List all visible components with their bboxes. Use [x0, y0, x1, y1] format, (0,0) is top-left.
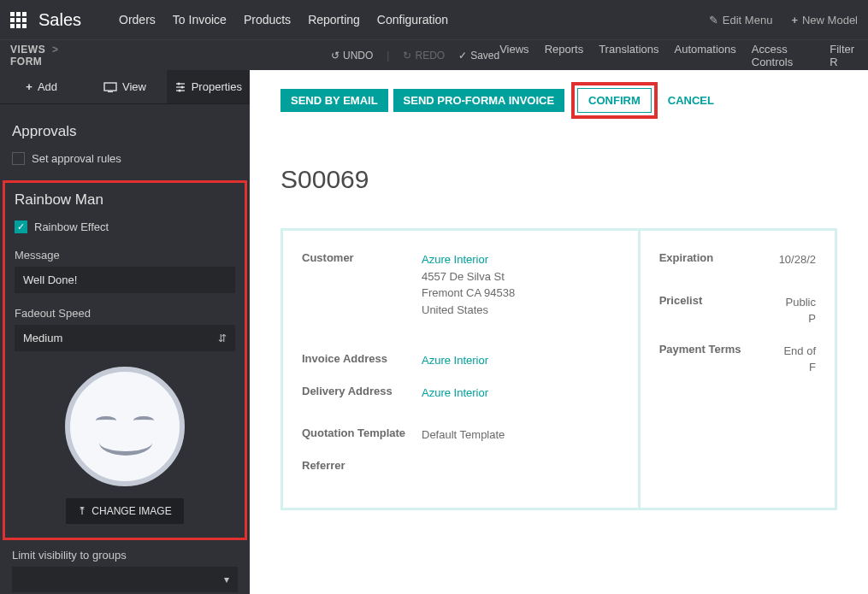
- caret-updown-icon: ▾: [224, 573, 229, 585]
- tab-properties-label: Properties: [192, 80, 242, 93]
- cancel-button[interactable]: CANCEL: [658, 89, 724, 112]
- row-referrer: Referrer: [302, 459, 619, 472]
- fadeout-value: Medium: [23, 332, 62, 344]
- row-payment-terms: Payment Terms End of F: [659, 343, 816, 376]
- apps-icon[interactable]: [10, 12, 27, 28]
- undo-label: UNDO: [343, 50, 373, 62]
- tab-view-label: View: [122, 80, 146, 93]
- redo-label: REDO: [415, 50, 445, 62]
- tool-access-controls[interactable]: Access Controls: [752, 43, 814, 68]
- redo-button[interactable]: REDO: [403, 50, 445, 62]
- sub-navbar: VIEWS > FORM UNDO | REDO Saved Views Rep…: [0, 39, 868, 70]
- breadcrumb: VIEWS > FORM: [10, 44, 92, 68]
- delivery-link[interactable]: Azure Interior: [422, 386, 488, 399]
- navbar-right: Edit Menu New Model: [709, 14, 858, 26]
- menu-orders[interactable]: Orders: [119, 13, 156, 26]
- confirm-button[interactable]: CONFIRM: [577, 88, 652, 113]
- change-image-button[interactable]: CHANGE IMAGE: [66, 498, 183, 524]
- tool-filter[interactable]: Filter R: [830, 43, 858, 68]
- edit-menu-button[interactable]: Edit Menu: [709, 14, 773, 26]
- svg-rect-0: [104, 83, 116, 91]
- row-delivery-address: Delivery Address Azure Interior: [302, 385, 619, 402]
- menu-reporting[interactable]: Reporting: [308, 13, 360, 26]
- edit-menu-label: Edit Menu: [723, 14, 773, 26]
- message-label: Message: [15, 249, 235, 262]
- breadcrumb-form[interactable]: FORM: [10, 56, 42, 68]
- main-content: SEND BY EMAIL SEND PRO-FORMA INVOICE CON…: [250, 70, 868, 594]
- qtemplate-value: Default Template: [422, 426, 619, 444]
- qtemplate-label: Quotation Template: [302, 426, 422, 444]
- rainbow-effect-checkbox[interactable]: ✓: [15, 221, 27, 233]
- tool-separator: |: [387, 50, 389, 62]
- expiration-value: 10/28/2: [779, 251, 816, 268]
- payment-label: Payment Terms: [659, 343, 779, 376]
- tab-add-label: Add: [38, 80, 57, 93]
- limit-visibility-label: Limit visibility to groups: [12, 549, 238, 562]
- limit-visibility-select[interactable]: ▾: [12, 567, 238, 592]
- plus-icon: [26, 80, 32, 93]
- smiley-icon: [65, 367, 185, 486]
- menu-to-invoice[interactable]: To Invoice: [173, 13, 227, 26]
- expiration-label: Expiration: [659, 251, 779, 268]
- tool-automations[interactable]: Automations: [674, 43, 735, 68]
- svg-point-5: [180, 85, 183, 88]
- menu-configuration[interactable]: Configuration: [377, 13, 448, 26]
- approval-rules-row[interactable]: Set approval rules: [12, 152, 238, 165]
- customer-link[interactable]: Azure Interior: [422, 253, 488, 266]
- svg-point-3: [177, 82, 180, 85]
- invoice-link[interactable]: Azure Interior: [422, 354, 488, 367]
- row-quotation-template: Quotation Template Default Template: [302, 426, 619, 444]
- subbar-right-tools: Views Reports Translations Automations A…: [499, 43, 858, 68]
- breadcrumb-separator: >: [52, 44, 59, 56]
- saved-indicator: Saved: [458, 50, 499, 62]
- customer-addr1: 4557 De Silva St: [422, 270, 505, 283]
- document-title: S00069: [250, 131, 868, 228]
- rainbow-effect-row[interactable]: ✓ Rainbow Effect: [15, 221, 235, 233]
- row-invoice-address: Invoice Address Azure Interior: [302, 352, 619, 369]
- payment-value: End of F: [779, 343, 816, 376]
- tool-views[interactable]: Views: [499, 43, 528, 68]
- menu-products[interactable]: Products: [244, 13, 291, 26]
- sliders-icon: [174, 81, 186, 93]
- fadeout-label: Fadeout Speed: [15, 307, 235, 320]
- plus-icon: [791, 14, 798, 26]
- form-left: Customer Azure Interior 4557 De Silva St…: [283, 231, 638, 508]
- top-navbar: Sales Orders To Invoice Products Reporti…: [0, 0, 868, 39]
- pricelist-value: Public P: [779, 294, 816, 327]
- rainbow-image: CHANGE IMAGE: [15, 367, 235, 524]
- tab-properties[interactable]: Properties: [167, 70, 250, 103]
- fadeout-select[interactable]: Medium ⇵: [15, 325, 235, 351]
- properties-panel: Approvals Set approval rules Rainbow Man…: [0, 104, 250, 594]
- form-right: Expiration 10/28/2 Pricelist Public P Pa…: [638, 231, 835, 508]
- tool-reports[interactable]: Reports: [545, 43, 584, 68]
- new-model-button[interactable]: New Model: [791, 14, 858, 26]
- row-expiration: Expiration 10/28/2: [659, 251, 816, 268]
- customer-label: Customer: [302, 251, 422, 318]
- app-brand[interactable]: Sales: [38, 10, 81, 30]
- confirm-highlight: CONFIRM: [571, 82, 658, 119]
- message-input[interactable]: [15, 267, 235, 293]
- referrer-label: Referrer: [302, 459, 422, 472]
- undo-button[interactable]: UNDO: [331, 50, 373, 62]
- rainbow-effect-label: Rainbow Effect: [34, 221, 109, 233]
- customer-country: United States: [422, 303, 488, 316]
- saved-label: Saved: [470, 50, 499, 62]
- tool-translations[interactable]: Translations: [599, 43, 658, 68]
- caret-updown-icon: ⇵: [218, 332, 227, 344]
- row-pricelist: Pricelist Public P: [659, 294, 816, 327]
- breadcrumb-views[interactable]: VIEWS: [10, 44, 45, 56]
- screen-icon: [103, 82, 117, 92]
- approval-checkbox[interactable]: [12, 152, 25, 165]
- tab-view[interactable]: View: [83, 70, 166, 103]
- send-proforma-button[interactable]: SEND PRO-FORMA INVOICE: [393, 89, 564, 112]
- pencil-icon: [709, 14, 718, 26]
- tab-add[interactable]: Add: [0, 70, 83, 103]
- studio-sidebar: Add View Properties Approvals Set approv…: [0, 70, 250, 594]
- subbar-tools: UNDO | REDO Saved: [331, 50, 499, 62]
- undo-icon: [331, 50, 340, 62]
- send-email-button[interactable]: SEND BY EMAIL: [280, 89, 388, 112]
- svg-point-7: [178, 89, 180, 91]
- row-customer: Customer Azure Interior 4557 De Silva St…: [302, 251, 619, 318]
- navbar-menu: Orders To Invoice Products Reporting Con…: [119, 13, 448, 26]
- sidebar-tabs: Add View Properties: [0, 70, 250, 104]
